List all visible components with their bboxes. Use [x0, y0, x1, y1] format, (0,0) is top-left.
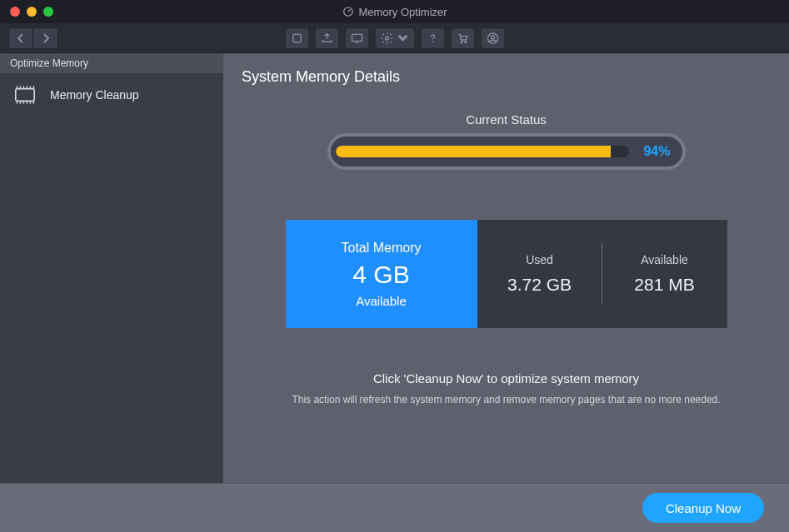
total-memory-value: 4 GB [352, 261, 409, 289]
progress-fill [336, 146, 612, 157]
window-controls [10, 7, 53, 17]
titlebar: Memory Optimizer [0, 0, 789, 23]
toolbar-settings-button[interactable] [374, 27, 415, 49]
monitor-icon [350, 32, 363, 45]
gauge-icon [342, 6, 353, 17]
question-icon [426, 32, 439, 45]
sidebar-item-memory-cleanup[interactable]: Memory Cleanup [0, 73, 223, 117]
toolbar [0, 23, 789, 53]
toolbar-export-button[interactable] [314, 27, 339, 49]
sidebar: Optimize Memory Memory Cleanup [0, 53, 223, 483]
app-title: Memory Optimizer [342, 6, 447, 18]
app-title-text: Memory Optimizer [358, 6, 447, 18]
export-icon [320, 32, 333, 45]
cart-icon [456, 32, 469, 45]
toolbar-cart-button[interactable] [450, 27, 475, 49]
instruction-sub: This action will refresh the system memo… [223, 394, 789, 405]
used-memory-value: 3.72 GB [507, 275, 572, 295]
toolbar-help-button[interactable] [420, 27, 445, 49]
used-memory-panel: Used 3.72 GB [477, 220, 602, 328]
maximize-window-button[interactable] [43, 7, 53, 17]
chevron-left-icon [17, 33, 25, 43]
cleanup-now-button[interactable]: Cleanup Now [642, 493, 764, 523]
memory-panels: Total Memory 4 GB Available Used 3.72 GB… [286, 220, 727, 328]
svg-rect-9 [16, 89, 34, 101]
total-memory-sub: Available [356, 294, 407, 308]
svg-point-3 [385, 37, 388, 40]
available-memory-label: Available [641, 253, 688, 266]
svg-rect-2 [352, 34, 362, 41]
chevron-down-icon [396, 32, 409, 45]
progress-percent: 94% [637, 144, 671, 159]
svg-point-4 [432, 41, 433, 42]
total-memory-panel: Total Memory 4 GB Available [286, 220, 477, 328]
chevron-right-icon [42, 33, 50, 43]
available-memory-panel: Available 281 MB [602, 220, 727, 328]
used-memory-label: Used [526, 253, 553, 266]
nav-back-button[interactable] [8, 27, 33, 49]
chip-icon [12, 85, 38, 105]
content-area: System Memory Details Current Status 94%… [223, 53, 789, 483]
progress-track [336, 146, 629, 157]
page-title: System Memory Details [223, 53, 789, 94]
svg-point-6 [464, 41, 466, 42]
instruction-main: Click 'Cleanup Now' to optimize system m… [223, 371, 789, 385]
scan-icon [290, 32, 303, 45]
sidebar-item-label: Memory Cleanup [50, 88, 139, 102]
user-icon [486, 32, 499, 45]
gear-icon [380, 32, 393, 45]
svg-rect-1 [292, 34, 300, 42]
svg-point-5 [461, 41, 462, 42]
nav-forward-button[interactable] [33, 27, 58, 49]
available-memory-value: 281 MB [634, 275, 694, 295]
instructions: Click 'Cleanup Now' to optimize system m… [223, 371, 789, 405]
close-window-button[interactable] [10, 7, 20, 17]
toolbar-scan-button[interactable] [284, 27, 309, 49]
toolbar-account-button[interactable] [480, 27, 505, 49]
toolbar-display-button[interactable] [344, 27, 369, 49]
progress-bar: 94% [327, 133, 686, 170]
sidebar-section-header: Optimize Memory [0, 53, 223, 73]
status-label: Current Status [223, 112, 789, 127]
svg-point-8 [491, 35, 494, 38]
minimize-window-button[interactable] [27, 7, 37, 17]
total-memory-label: Total Memory [341, 241, 421, 256]
footer: Cleanup Now [0, 483, 789, 532]
status-section: Current Status 94% [223, 112, 789, 170]
